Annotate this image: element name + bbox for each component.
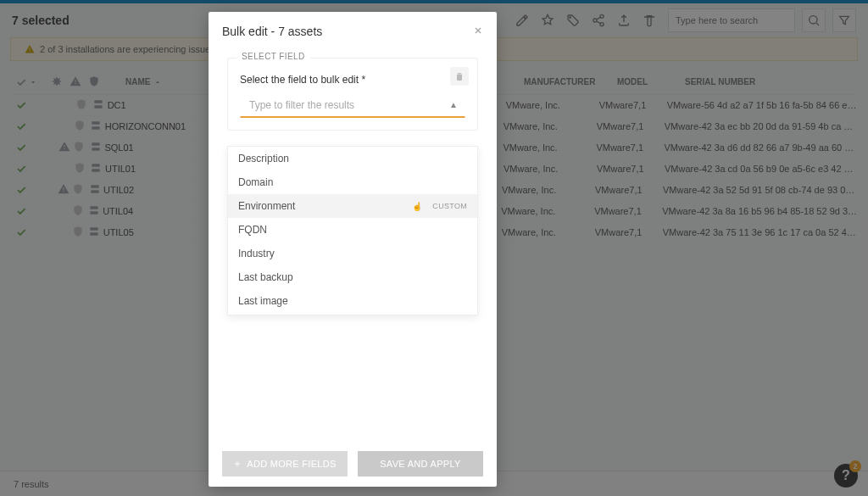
field-label: Select the field to bulk edit * — [240, 74, 465, 86]
modal-title: Bulk edit - 7 assets — [222, 25, 322, 38]
plus-icon — [233, 460, 242, 468]
dropdown-option[interactable]: Description — [228, 147, 477, 170]
clear-field-button[interactable] — [450, 67, 469, 86]
custom-badge: CUSTOM — [432, 202, 467, 210]
modal-header: Bulk edit - 7 assets — [209, 12, 497, 51]
dropdown-option[interactable]: Last patched — [228, 313, 477, 315]
field-dropdown: DescriptionDomainEnvironment☝CUSTOMFQDNI… — [227, 146, 478, 315]
add-more-fields-button[interactable]: ADD MORE FIELDS — [222, 451, 348, 476]
select-field-section: SELECT FIELD Select the field to bulk ed… — [227, 58, 478, 131]
trash-small-icon — [454, 71, 465, 81]
field-combobox[interactable]: Type to filter the results ▲ — [240, 92, 465, 118]
modal-body: SELECT FIELD Select the field to bulk ed… — [209, 51, 497, 441]
dropdown-option[interactable]: FQDN — [228, 218, 477, 242]
modal-footer: ADD MORE FIELDS SAVE AND APPLY — [209, 441, 497, 487]
dropdown-option[interactable]: Environment☝CUSTOM — [228, 194, 477, 218]
bulk-edit-modal: Bulk edit - 7 assets SELECT FIELD Select… — [209, 12, 497, 487]
dropdown-option[interactable]: Last backup — [228, 265, 477, 289]
dropdown-option[interactable]: Domain — [228, 170, 477, 194]
section-legend: SELECT FIELD — [236, 52, 310, 61]
save-and-apply-button[interactable]: SAVE AND APPLY — [358, 451, 483, 476]
chevron-up-icon: ▲ — [449, 100, 458, 109]
dropdown-option[interactable]: Last image — [228, 289, 477, 313]
dropdown-option[interactable]: Industry — [228, 242, 477, 265]
hand-cursor-icon: ☝ — [412, 202, 422, 211]
close-icon — [473, 25, 483, 36]
modal-close-button[interactable] — [473, 24, 483, 39]
combobox-placeholder: Type to filter the results — [249, 99, 354, 111]
